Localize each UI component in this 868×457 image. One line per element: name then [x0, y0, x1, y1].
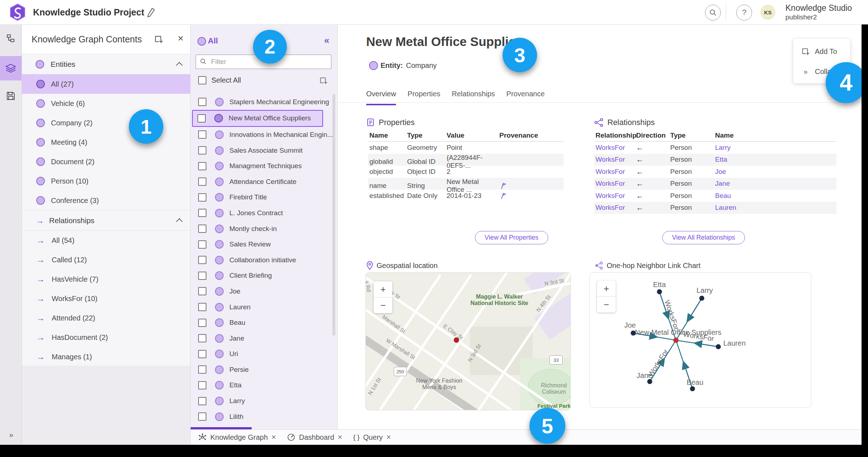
entities-section-header[interactable]: Entities [22, 54, 190, 74]
relationships-list-item[interactable]: → Called (12) [22, 250, 190, 269]
item-checkbox[interactable] [198, 225, 206, 233]
link-chart[interactable]: Etta Larry Joe Lauren Jane Beau New Meta… [589, 272, 811, 408]
entity-list-item[interactable]: New Metal Office Suppliers [192, 110, 323, 127]
entity-list-item[interactable]: Collaboration initiative [193, 252, 335, 268]
relationships-list-item[interactable]: → WorksFor (10) [22, 289, 190, 308]
select-all-checkbox[interactable] [198, 76, 206, 84]
avatar[interactable]: KS [760, 5, 775, 20]
detail-tab[interactable]: Overview [366, 90, 396, 105]
provenance-flag-icon[interactable] [498, 181, 564, 190]
tab-query[interactable]: { } Query × [348, 430, 396, 445]
relationship-name-link[interactable]: Etta [714, 156, 836, 163]
relationship-row[interactable]: WorksFor ← Person Beau [594, 190, 836, 202]
relationships-list-item[interactable]: → All (54) [22, 231, 190, 250]
item-checkbox[interactable] [198, 256, 206, 264]
tab-knowledge-graph[interactable]: Knowledge Graph × [193, 430, 281, 445]
relationship-link[interactable]: WorksFor [594, 144, 635, 152]
item-checkbox[interactable] [198, 303, 206, 311]
relationships-list-item[interactable]: → HasDocument (2) [22, 328, 190, 347]
close-tab-icon[interactable]: × [386, 433, 391, 442]
tab-dashboard[interactable]: Dashboard × [281, 430, 348, 445]
expand-rail-button[interactable]: » [0, 431, 22, 439]
provenance-flag-icon[interactable] [498, 191, 564, 200]
item-checkbox[interactable] [198, 365, 206, 374]
item-checkbox[interactable] [198, 193, 206, 202]
entities-list-item[interactable]: Vehicle (6) [22, 94, 190, 113]
item-checkbox[interactable] [198, 272, 206, 280]
relationship-row[interactable]: WorksFor ← Person Lauren [594, 202, 836, 214]
property-row[interactable]: shape Geometry Point [368, 142, 564, 154]
item-checkbox[interactable] [198, 162, 206, 170]
geospatial-map[interactable]: k Rd W Clay St Maggie L. Walker National… [365, 272, 571, 410]
entity-list-item[interactable]: Lilith [193, 409, 335, 425]
item-checkbox[interactable] [198, 412, 206, 421]
entity-list-item[interactable]: Managment Techniques [193, 158, 335, 174]
item-checkbox[interactable] [198, 146, 206, 154]
zoom-in-button[interactable]: + [374, 281, 392, 297]
view-all-relationships-button[interactable]: View All Relationships [662, 231, 745, 244]
scrollbar-thumb[interactable] [332, 94, 335, 336]
relationship-name-link[interactable]: Joe [714, 168, 836, 176]
item-checkbox[interactable] [197, 114, 206, 123]
property-row[interactable]: globalid Global ID {A228944F-0EF5-... [368, 154, 564, 166]
entity-list-item[interactable]: Attendance Certificate [193, 174, 335, 190]
relationship-link[interactable]: WorksFor [594, 192, 635, 200]
entity-list-item[interactable]: Etta [193, 378, 335, 393]
property-row[interactable]: established Date Only 2014-01-23 [368, 190, 564, 202]
item-checkbox[interactable] [198, 177, 206, 186]
item-checkbox[interactable] [198, 397, 206, 405]
relationships-list-item[interactable]: → Manages (1) [22, 347, 190, 366]
entity-list-item[interactable]: Beau [193, 315, 335, 331]
entity-list-item[interactable]: Persie [193, 362, 335, 378]
relationship-link[interactable]: WorksFor [594, 168, 635, 176]
detail-tab[interactable]: Provenance [507, 90, 545, 105]
entities-list-item[interactable]: Company (2) [22, 113, 190, 133]
item-checkbox[interactable] [198, 240, 206, 249]
search-button[interactable] [705, 5, 721, 20]
relationship-link[interactable]: WorksFor [594, 156, 635, 163]
app-logo-icon[interactable] [9, 4, 26, 21]
zoom-in-button[interactable]: + [597, 281, 616, 297]
entities-list-item[interactable]: All (27) [22, 74, 190, 94]
item-checkbox[interactable] [198, 319, 206, 327]
entity-list-item[interactable]: Joe [193, 283, 335, 299]
entity-list-item[interactable]: Larry [193, 393, 335, 409]
item-checkbox[interactable] [198, 287, 206, 295]
zoom-out-button[interactable]: − [597, 297, 616, 313]
zoom-out-button[interactable]: − [374, 297, 392, 313]
entity-list-item[interactable]: Sales Review [193, 236, 335, 252]
relationship-row[interactable]: WorksFor ← Person Joe [594, 166, 836, 178]
item-checkbox[interactable] [198, 209, 206, 217]
relationship-name-link[interactable]: Lauren [714, 204, 836, 212]
detail-tab[interactable]: Relationships [452, 90, 495, 105]
relationship-row[interactable]: WorksFor ← Person Jane [594, 178, 836, 190]
add-to-new-icon[interactable] [319, 76, 328, 85]
select-all-row[interactable]: Select All [198, 76, 241, 84]
entity-list-item[interactable]: Sales Associate Summit [193, 143, 335, 158]
property-row[interactable]: name String New Metal Office ... [368, 178, 564, 190]
item-checkbox[interactable] [198, 130, 206, 139]
relationship-row[interactable]: WorksFor ← Person Larry [594, 142, 836, 154]
layers-button[interactable] [0, 59, 22, 78]
view-all-properties-button[interactable]: View All Properties [475, 231, 548, 244]
entity-list-item[interactable]: Innovations in Mechanical Engin... [193, 127, 335, 143]
entity-list-item[interactable]: Uri [193, 346, 335, 362]
item-checkbox[interactable] [198, 350, 206, 358]
relationship-row[interactable]: WorksFor ← Person Etta [594, 154, 836, 166]
data-model-button[interactable] [0, 29, 22, 48]
relationship-name-link[interactable]: Larry [714, 144, 836, 152]
relationships-list-item[interactable]: → Attended (22) [22, 308, 190, 328]
entities-list-item[interactable]: Conference (3) [22, 191, 190, 210]
edit-title-icon[interactable] [146, 7, 156, 18]
property-row[interactable]: objectid Object ID 2 [368, 166, 564, 178]
entity-list-item[interactable]: Staplers Mechanical Engineering [193, 94, 335, 110]
close-tab-icon[interactable]: × [271, 433, 276, 442]
relationship-name-link[interactable]: Jane [714, 180, 836, 188]
relationships-list-item[interactable]: → HasVehicle (7) [22, 269, 190, 289]
item-checkbox[interactable] [198, 334, 206, 342]
item-checkbox[interactable] [198, 381, 206, 389]
save-button[interactable] [0, 86, 22, 106]
entities-list-item[interactable]: Meeting (4) [22, 133, 190, 152]
entity-list-item[interactable]: Montly check-in [193, 221, 335, 237]
entities-list-item[interactable]: Document (2) [22, 152, 190, 171]
